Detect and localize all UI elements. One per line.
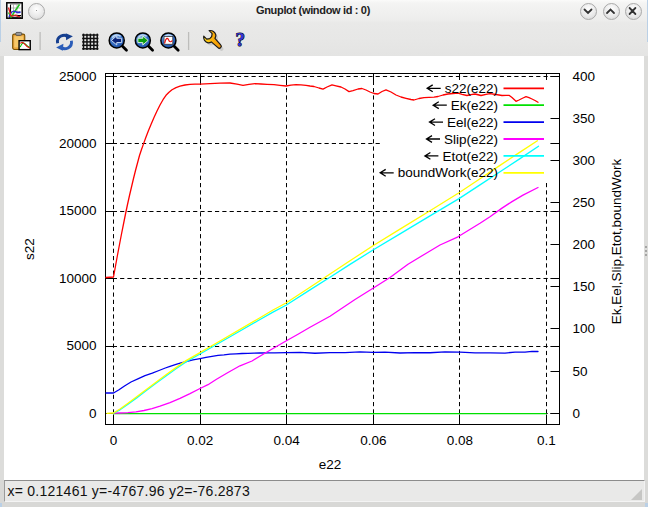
svg-text:300: 300 (573, 153, 596, 168)
svg-text:Ek(e22): Ek(e22) (451, 98, 498, 113)
svg-text:0: 0 (110, 433, 118, 448)
svg-text:350: 350 (573, 111, 596, 126)
svg-text:150: 150 (573, 279, 596, 294)
svg-text:s22(e22): s22(e22) (445, 81, 498, 96)
svg-text:Slip(e22): Slip(e22) (444, 132, 498, 147)
svg-text:25000: 25000 (59, 69, 97, 84)
svg-text:5000: 5000 (66, 338, 96, 353)
svg-text:50: 50 (573, 364, 588, 379)
svg-text:Etot(e22): Etot(e22) (442, 149, 498, 164)
svg-text:15000: 15000 (59, 203, 97, 218)
svg-text:0.02: 0.02 (187, 433, 213, 448)
svg-text:Ek,Eel,Slip,Etot,boundWork: Ek,Eel,Slip,Etot,boundWork (609, 158, 624, 324)
svg-text:250: 250 (573, 195, 596, 210)
svg-text:e22: e22 (319, 457, 342, 472)
svg-text:200: 200 (573, 237, 596, 252)
svg-text:20000: 20000 (59, 136, 97, 151)
svg-text:0.04: 0.04 (274, 433, 301, 448)
svg-text:0: 0 (89, 406, 97, 421)
svg-text:0.06: 0.06 (360, 433, 386, 448)
svg-text:400: 400 (573, 69, 596, 84)
svg-text:s22: s22 (22, 238, 37, 260)
svg-text:Eel(e22): Eel(e22) (447, 115, 498, 130)
svg-text:100: 100 (573, 321, 596, 336)
svg-text:0.08: 0.08 (447, 433, 473, 448)
svg-text:10000: 10000 (59, 271, 97, 286)
svg-text:?: ? (235, 29, 245, 50)
svg-text:boundWork(e22): boundWork(e22) (398, 165, 498, 180)
svg-text:0: 0 (573, 406, 581, 421)
svg-text:0.1: 0.1 (537, 433, 556, 448)
